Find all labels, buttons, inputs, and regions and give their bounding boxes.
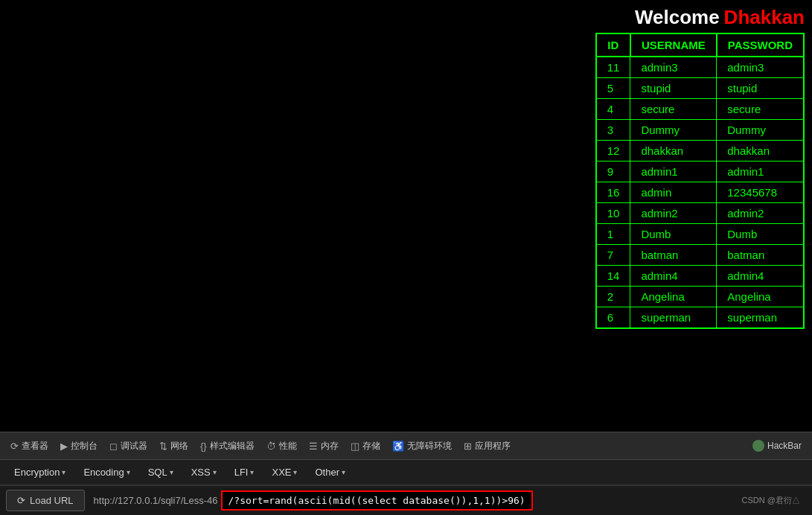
cell-password: Dumb <box>717 224 804 245</box>
cell-username: Dumb <box>630 224 717 245</box>
console-label: 控制台 <box>71 440 97 452</box>
storage-icon: ◫ <box>351 441 359 452</box>
cell-id: 3 <box>596 120 630 141</box>
menu-encryption[interactable]: Encryption ▾ <box>6 463 74 482</box>
cell-id: 10 <box>596 203 630 224</box>
cell-id: 12 <box>596 141 630 161</box>
table-row: 1DumbDumb <box>596 224 804 245</box>
table-row: 14admin4admin4 <box>596 266 804 287</box>
cell-id: 2 <box>596 287 630 307</box>
menu-encoding[interactable]: Encoding ▾ <box>75 463 138 482</box>
cell-password: superman <box>717 307 804 329</box>
debugger-icon: ◻ <box>109 441 118 452</box>
menu-lfi[interactable]: LFI ▾ <box>226 463 263 482</box>
table-row: 5stupidstupid <box>596 78 804 99</box>
lfi-label: LFI <box>234 467 249 478</box>
accessibility-label: 无障碍环境 <box>407 440 452 452</box>
cell-username: admin2 <box>630 203 717 224</box>
menu-xxe[interactable]: XXE ▾ <box>263 463 305 482</box>
xss-arrow: ▾ <box>213 468 217 476</box>
cell-password: admin2 <box>717 203 804 224</box>
url-input-wrapper: http://127.0.0.1/sqli7/Less-46 /?sort=ra… <box>91 490 730 511</box>
welcome-section: Welcome Dhakkan <box>635 6 805 29</box>
cell-password: batman <box>717 245 804 266</box>
cell-password: admin4 <box>717 266 804 287</box>
cell-id: 4 <box>596 99 630 120</box>
performance-label: 性能 <box>279 440 297 452</box>
memory-label: 内存 <box>321 440 339 452</box>
encoding-label: Encoding <box>83 467 124 478</box>
data-table: ID USERNAME PASSWORD 11admin3admin35stup… <box>595 33 805 329</box>
cell-username: batman <box>630 245 717 266</box>
url-prefix: http://127.0.0.1/sqli7/Less-46 <box>91 495 221 506</box>
devtools-app[interactable]: ⊞ 应用程序 <box>459 437 515 455</box>
cell-password: admin3 <box>717 57 804 78</box>
cell-id: 6 <box>596 307 630 329</box>
cell-password: Angelina <box>717 287 804 307</box>
cell-username: secure <box>630 99 717 120</box>
devtools-accessibility[interactable]: ♿ 无障碍环境 <box>388 437 456 455</box>
menu-bar: Encryption ▾ Encoding ▾ SQL ▾ XSS ▾ LFI … <box>0 460 812 485</box>
cell-username: superman <box>630 307 717 329</box>
encoding-arrow: ▾ <box>127 468 130 476</box>
cell-username: admin4 <box>630 266 717 287</box>
menu-sql[interactable]: SQL ▾ <box>140 463 182 482</box>
other-label: Other <box>315 467 339 478</box>
table-row: 7batmanbatman <box>596 245 804 266</box>
username-label: Dhakkan <box>724 6 805 29</box>
url-highlighted-part[interactable]: /?sort=rand(ascii(mid((select database()… <box>221 490 533 511</box>
data-table-wrapper: ID USERNAME PASSWORD 11admin3admin35stup… <box>595 33 805 329</box>
lfi-arrow: ▾ <box>250 468 254 476</box>
table-header-row: ID USERNAME PASSWORD <box>596 33 804 57</box>
cell-password: 12345678 <box>717 182 804 203</box>
devtools-bar: ⟳ 查看器 ▶ 控制台 ◻ 调试器 ⇅ 网络 {} 样式编辑器 ⏱ 性能 ☰ 内… <box>0 432 812 460</box>
table-row: 10admin2admin2 <box>596 203 804 224</box>
cell-username: stupid <box>630 78 717 99</box>
cell-id: 7 <box>596 245 630 266</box>
encryption-arrow: ▾ <box>62 468 65 476</box>
table-row: 4securesecure <box>596 99 804 120</box>
cell-password: admin1 <box>717 161 804 182</box>
cell-id: 9 <box>596 161 630 182</box>
style-editor-label: 样式编辑器 <box>210 440 255 452</box>
devtools-network[interactable]: ⇅ 网络 <box>155 437 193 455</box>
xxe-label: XXE <box>272 467 291 478</box>
menu-other[interactable]: Other ▾ <box>307 463 354 482</box>
cell-username: admin3 <box>630 57 717 78</box>
load-url-label: Load URL <box>30 495 74 506</box>
hackbar-icon <box>752 440 764 452</box>
app-label: 应用程序 <box>475 440 511 452</box>
cell-id: 1 <box>596 224 630 245</box>
devtools-storage[interactable]: ◫ 存储 <box>346 437 385 455</box>
col-id: ID <box>596 33 630 57</box>
memory-icon: ☰ <box>309 441 318 452</box>
inspector-label: 查看器 <box>22 440 48 452</box>
hackbar-item[interactable]: HackBar <box>748 437 806 455</box>
inspector-icon: ⟳ <box>10 441 19 452</box>
cell-password: dhakkan <box>717 141 804 161</box>
devtools-style-editor[interactable]: {} 样式编辑器 <box>196 437 259 455</box>
hackbar-label: HackBar <box>767 441 802 451</box>
devtools-performance[interactable]: ⏱ 性能 <box>262 437 301 455</box>
encryption-label: Encryption <box>14 467 60 478</box>
storage-label: 存储 <box>362 440 380 452</box>
cell-password: stupid <box>717 78 804 99</box>
network-label: 网络 <box>170 440 188 452</box>
devtools-debugger[interactable]: ◻ 调试器 <box>105 437 152 455</box>
cell-username: Dummy <box>630 120 717 141</box>
load-url-button[interactable]: ⟳ Load URL <box>6 490 85 511</box>
url-right-label: CSDN @君衍△ <box>736 495 806 506</box>
network-icon: ⇅ <box>159 441 167 452</box>
devtools-console[interactable]: ▶ 控制台 <box>56 437 102 455</box>
load-icon: ⟳ <box>17 495 25 506</box>
main-content: Welcome Dhakkan ID USERNAME PASSWORD 11a… <box>0 0 812 432</box>
xss-label: XSS <box>191 467 211 478</box>
menu-xss[interactable]: XSS ▾ <box>183 463 225 482</box>
cell-username: Angelina <box>630 287 717 307</box>
accessibility-icon: ♿ <box>392 441 404 452</box>
devtools-memory[interactable]: ☰ 内存 <box>304 437 343 455</box>
cell-id: 11 <box>596 57 630 78</box>
cell-username: admin <box>630 182 717 203</box>
devtools-inspector[interactable]: ⟳ 查看器 <box>6 437 53 455</box>
table-row: 9admin1admin1 <box>596 161 804 182</box>
